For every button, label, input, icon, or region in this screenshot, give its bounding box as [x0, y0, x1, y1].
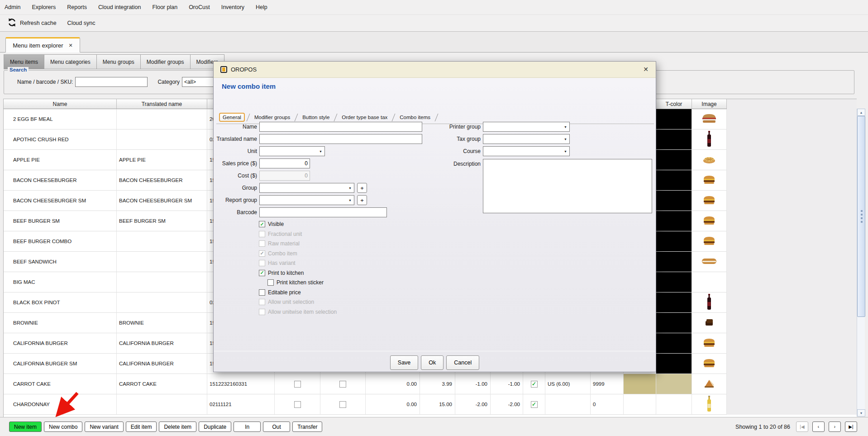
out-button[interactable]: Out — [263, 422, 290, 432]
translated-name-field[interactable] — [259, 134, 422, 144]
checkbox[interactable] — [339, 401, 346, 408]
cell-tax — [545, 394, 591, 415]
checkbox[interactable] — [294, 401, 301, 408]
subtab-menu-groups[interactable]: Menu groups — [96, 55, 140, 69]
barcode-label: Barcode — [215, 209, 257, 216]
tab-close-icon[interactable]: ✕ — [69, 43, 73, 48]
last-page-button[interactable]: ▶| — [845, 422, 857, 432]
search-input[interactable] — [75, 77, 148, 87]
description-field[interactable] — [483, 159, 652, 213]
dialog-tab-button-style[interactable]: Button style — [300, 114, 332, 121]
dialog-tab-combo-items[interactable]: Combo items — [397, 114, 433, 121]
transfer-button[interactable]: Transfer — [292, 422, 322, 432]
burger-image — [702, 216, 716, 226]
checkbox-box[interactable]: ✓ — [259, 221, 265, 227]
checkbox-visible[interactable]: ✓Visible — [259, 220, 284, 228]
dialog-tab-order-type-base-tax[interactable]: Order type base tax — [339, 114, 390, 121]
cell-check-1 — [275, 374, 320, 394]
new-combo-button[interactable]: New combo — [44, 422, 82, 432]
cell-image — [692, 170, 727, 191]
delete-item-button[interactable]: Delete item — [159, 422, 196, 432]
previous-page-button[interactable]: ‹ — [812, 422, 825, 432]
duplicate-button[interactable]: Duplicate — [199, 422, 231, 432]
subtab-modifier-groups[interactable]: Modifier groups — [140, 55, 190, 69]
vertical-scrollbar[interactable]: ▲ ▼ — [857, 109, 865, 417]
menu-item-inventory[interactable]: Inventory — [221, 4, 244, 10]
new-variant-button[interactable]: New variant — [85, 422, 123, 432]
column-header-name[interactable]: Name — [4, 99, 117, 109]
cell-text-color — [656, 191, 692, 211]
column-header-t-color[interactable]: T-color — [656, 99, 692, 109]
checkbox-box[interactable]: ✓ — [259, 270, 265, 276]
cell-translated-name — [117, 272, 207, 292]
edit-item-button[interactable]: Edit item — [126, 422, 157, 432]
column-header-image[interactable]: Image — [692, 99, 727, 109]
scroll-up-icon[interactable]: ▲ — [857, 109, 865, 116]
white-wine-bottle-image — [706, 396, 712, 413]
menu-item-orocust[interactable]: OroCust — [189, 4, 210, 10]
checkbox-checked[interactable]: ✓ — [531, 401, 538, 408]
refresh-cache-button[interactable]: Refresh cache — [4, 16, 60, 30]
checkbox-box — [259, 309, 265, 315]
menu-item-floor-plan[interactable]: Floor plan — [153, 4, 178, 10]
checkbox-checked[interactable]: ✓ — [531, 381, 538, 388]
next-page-button[interactable]: › — [829, 422, 841, 432]
checkbox-box — [259, 260, 265, 266]
checkbox-print-kitchen-sticker[interactable]: Print kitchen sticker — [267, 278, 324, 287]
checkbox-editable-price[interactable]: Editable price — [259, 288, 301, 297]
add-group-button[interactable]: + — [357, 183, 367, 193]
cloud-sync-label: Cloud sync — [67, 20, 95, 26]
ok-button[interactable]: Ok — [421, 355, 444, 370]
save-button[interactable]: Save — [390, 355, 419, 370]
cloud-sync-button[interactable]: Cloud sync — [64, 18, 99, 28]
dialog-titlebar[interactable]: OROPOS — [214, 62, 656, 78]
name-field[interactable] — [259, 122, 422, 132]
course-select[interactable]: ▼ — [483, 146, 570, 156]
checkbox-box[interactable] — [259, 289, 265, 296]
cell-check-2 — [320, 374, 366, 394]
menu-item-admin[interactable]: Admin — [5, 4, 20, 10]
column-header — [727, 99, 857, 109]
sales-price-field[interactable] — [259, 158, 310, 168]
cell-text-color — [656, 211, 692, 231]
add-report-group-button[interactable]: + — [357, 195, 367, 205]
tab-divider — [334, 114, 338, 121]
first-page-button[interactable]: |◀ — [796, 422, 808, 432]
checkbox-label: Raw material — [268, 240, 300, 247]
search-legend: Search — [8, 67, 29, 72]
cell-sort-order: 0 — [591, 394, 624, 415]
menu-item-reports[interactable]: Reports — [67, 4, 87, 10]
dialog-close-icon[interactable]: ✕ — [643, 66, 649, 73]
cell-text-color — [656, 150, 692, 170]
checkbox[interactable] — [294, 381, 301, 388]
new-item-button[interactable]: New item — [9, 422, 42, 432]
checkbox[interactable] — [339, 381, 346, 388]
cancel-button[interactable]: Cancel — [446, 355, 479, 370]
report-group-select[interactable]: ▼ — [259, 195, 354, 205]
barcode-field[interactable] — [259, 207, 387, 217]
subtab-menu-categories[interactable]: Menu categories — [44, 55, 96, 69]
group-label: Group — [215, 185, 257, 191]
table-row[interactable]: CARROT CAKECARROT CAKE15122321603310.003… — [4, 374, 857, 394]
menu-item-cloud-integration[interactable]: Cloud integration — [98, 4, 141, 10]
menu-item-help[interactable]: Help — [256, 4, 267, 10]
column-header-translated-name[interactable]: Translated name — [117, 99, 207, 109]
menu-item-explorers[interactable]: Explorers — [32, 4, 56, 10]
scrollbar-thumb[interactable] — [857, 116, 865, 317]
printer-group-select[interactable]: ▼ — [483, 122, 570, 132]
scroll-down-icon[interactable]: ▼ — [857, 409, 865, 417]
tax-group-select[interactable]: ▼ — [483, 134, 570, 144]
tax-group-label: Tax group — [439, 136, 481, 142]
tab-menu-item-explorer[interactable]: Menu item explorer ✕ — [5, 37, 80, 53]
unit-select[interactable]: ▼ — [259, 146, 325, 156]
dialog-tab-general[interactable]: General — [219, 113, 245, 122]
table-row[interactable]: CHARDONNAY021111210.0015.00-2.00-2.00✓0 — [4, 394, 857, 415]
group-select[interactable]: ▼ — [259, 183, 354, 193]
translated-name-label: Translated name — [215, 136, 257, 142]
checkbox-print-to-kitchen[interactable]: ✓Print to kitchen — [259, 269, 304, 277]
in-button[interactable]: In — [234, 422, 261, 432]
cell-filler — [727, 109, 857, 129]
dialog-tab-modifier-groups[interactable]: Modifier groups — [252, 114, 293, 121]
checkbox-box[interactable] — [267, 279, 274, 286]
cell-filler — [727, 374, 857, 394]
